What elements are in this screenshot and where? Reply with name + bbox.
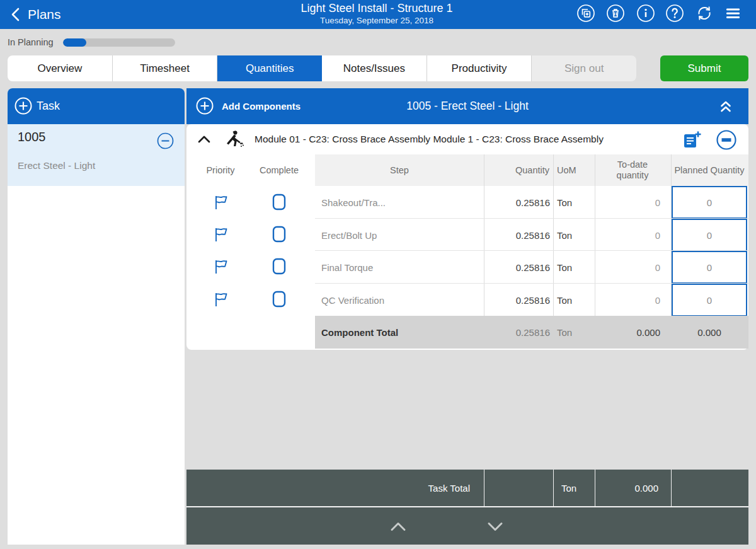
step-uom: Ton [557, 284, 592, 316]
step-name: QC Verification [321, 284, 479, 316]
tab-quantities[interactable]: Quantities [217, 55, 322, 81]
component-total-label: Component Total [321, 316, 398, 349]
planning-progress-bar [63, 38, 175, 47]
delete-icon[interactable] [606, 4, 625, 23]
tab-sign-out[interactable]: Sign out [532, 55, 636, 81]
task-total-label: Task Total [186, 470, 484, 506]
col-planned: Planned Quantity [674, 154, 745, 186]
step-quantity: 0.25816 [484, 186, 550, 219]
task-total-to-date: 0.000 [595, 470, 671, 506]
next-component-icon[interactable] [484, 516, 506, 537]
planned-quantity-input[interactable] [672, 284, 747, 316]
step-quantity: 0.25816 [484, 251, 550, 284]
add-task-icon[interactable] [14, 96, 33, 115]
col-complete: Complete [252, 154, 306, 186]
plan-title-block: Light Steel Install - Structure 1 Tuesda… [251, 1, 503, 26]
tab-overview[interactable]: Overview [8, 55, 113, 81]
planned-quantity-input[interactable] [672, 186, 747, 219]
collapse-all-icon[interactable] [716, 97, 735, 116]
add-step-list-icon[interactable] [682, 130, 702, 150]
step-name: Final Torque [321, 251, 479, 284]
step-uom: Ton [557, 219, 592, 251]
back-label: Plans [28, 7, 61, 22]
step-quantity: 0.25816 [484, 284, 550, 316]
col-to-date: To-date quantity [601, 154, 664, 186]
complete-checkbox[interactable] [272, 226, 286, 243]
plan-date: Tuesday, September 25, 2018 [251, 15, 503, 26]
add-components-icon[interactable] [195, 96, 214, 115]
plan-title: Light Steel Install - Structure 1 [251, 1, 503, 15]
previous-component-icon[interactable] [387, 516, 409, 537]
step-uom: Ton [557, 251, 592, 284]
task-total-planned [671, 470, 749, 506]
priority-flag-icon[interactable] [213, 258, 229, 275]
task-panel-header: Task [8, 88, 185, 124]
priority-flag-icon[interactable] [213, 226, 229, 243]
submit-button[interactable]: Submit [660, 55, 748, 81]
planned-quantity-input[interactable] [672, 219, 747, 251]
col-uom: UoM [553, 154, 595, 186]
component-total-quantity: 0.25816 [484, 316, 550, 349]
remove-component-icon[interactable] [716, 129, 737, 151]
tab-notes-issues[interactable]: Notes/Issues [322, 55, 427, 81]
menu-icon[interactable] [723, 4, 742, 23]
component-title: Module 01 - C23: Cross Brace Assembly Mo… [255, 124, 604, 154]
task-panel-title: Task [37, 100, 60, 113]
step-to-date: 0 [595, 251, 660, 284]
step-quantity: 0.25816 [484, 219, 550, 251]
task-name: Erect Steel - Light [18, 160, 95, 171]
collapse-component-icon[interactable] [197, 133, 211, 146]
back-chevron-icon [10, 8, 21, 21]
planned-quantity-input[interactable] [672, 251, 747, 284]
component-total-uom: Ton [557, 316, 592, 349]
tab-timesheet[interactable]: Timesheet [113, 55, 218, 81]
sync-icon[interactable] [695, 4, 714, 23]
tab-productivity[interactable]: Productivity [427, 55, 532, 81]
selected-task-title: 1005 - Erect Steel - Light [310, 88, 625, 124]
step-uom: Ton [557, 186, 592, 219]
task-total-quantity [484, 470, 554, 506]
component-total-to-date: 0.000 [595, 316, 660, 349]
tab-bar: Overview Timesheet Quantities Notes/Issu… [8, 55, 636, 81]
component-pager-bar [186, 507, 748, 545]
help-icon[interactable] [665, 4, 684, 23]
col-priority: Priority [194, 154, 247, 186]
step-to-date: 0 [595, 284, 660, 316]
remove-task-icon[interactable] [157, 132, 174, 149]
priority-flag-icon[interactable] [213, 291, 229, 308]
info-icon[interactable] [636, 4, 655, 23]
app-root: Plans Light Steel Install - Structure 1 … [0, 0, 756, 549]
complete-checkbox[interactable] [272, 258, 286, 275]
step-name: Shakeout/Tra... [321, 186, 479, 219]
worker-icon [224, 129, 244, 149]
complete-checkbox[interactable] [272, 194, 286, 211]
add-components-label[interactable]: Add Components [222, 88, 301, 124]
col-quantity: Quantity [484, 154, 549, 186]
duplicate-icon[interactable] [576, 4, 595, 23]
task-code: 1005 [18, 130, 46, 144]
step-to-date: 0 [595, 186, 660, 219]
col-step: Step [315, 154, 484, 186]
back-button[interactable]: Plans [10, 5, 61, 24]
step-to-date: 0 [595, 219, 660, 251]
task-total-uom: Ton [553, 470, 595, 506]
priority-flag-icon[interactable] [213, 194, 229, 211]
complete-checkbox[interactable] [272, 291, 286, 308]
step-name: Erect/Bolt Up [321, 219, 479, 251]
component-total-planned: 0.000 [672, 316, 747, 349]
plan-status-label: In Planning [8, 37, 54, 47]
planning-progress-fill [63, 38, 86, 47]
